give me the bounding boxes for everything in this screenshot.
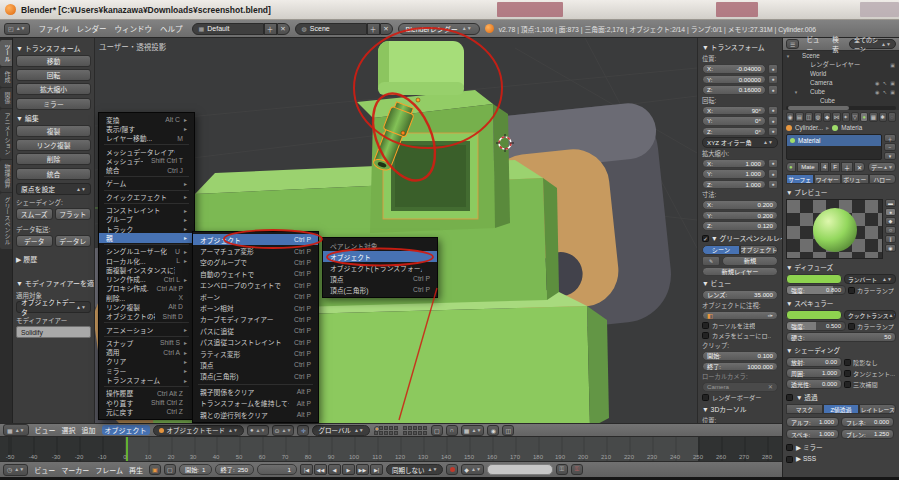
- texture-tab-icon[interactable]: ▦: [869, 112, 877, 122]
- material-slot-active[interactable]: Material: [787, 135, 881, 146]
- context-menu-item[interactable]: シングルユーザー化U▸: [99, 247, 194, 256]
- timeline-menu-item[interactable]: フレーム: [92, 465, 126, 475]
- mirror-button[interactable]: ミラー: [16, 98, 91, 110]
- transform-orientation-dropdown[interactable]: グローバル▲▼: [312, 425, 369, 436]
- material-browse-icon[interactable]: ●: [786, 162, 796, 172]
- dimension-field[interactable]: Z:0.120: [702, 221, 778, 231]
- material-unlink-button[interactable]: ✕: [854, 162, 865, 172]
- timeline-ruler[interactable]: -50-40-30-20-100102030405060708090100110…: [0, 437, 782, 461]
- visibility-toggle-icons[interactable]: ▣: [890, 62, 896, 68]
- lens-field[interactable]: レンズ:35.000: [702, 290, 778, 300]
- context-menu-item[interactable]: レイヤー移動...M: [99, 134, 194, 143]
- parent-submenu-item[interactable]: 頂点(三角形)Ctrl P: [193, 371, 318, 382]
- parent-submenu-item[interactable]: ラティス変形Ctrl P: [193, 348, 318, 359]
- context-menu-item[interactable]: 削除...X: [99, 293, 194, 302]
- render-opengl-button[interactable]: ◉: [487, 425, 499, 436]
- transparency-field[interactable]: アルフ:1.000: [786, 417, 839, 427]
- viewport-shading-dropdown[interactable]: ●▲▼: [247, 425, 269, 436]
- parent-submenu-item[interactable]: 空のグループでCtrl P: [193, 257, 318, 268]
- scale-field[interactable]: X:1.000: [702, 159, 766, 169]
- lock-icon[interactable]: ●: [768, 75, 778, 85]
- transparency-field[interactable]: フレネ:0.000: [841, 417, 894, 427]
- timeline-menu-item[interactable]: 再生: [126, 465, 146, 475]
- editor-type-button-info[interactable]: ◰▲▼: [4, 23, 30, 35]
- render-tab-icon[interactable]: ◉: [786, 112, 794, 122]
- physics-tab-icon[interactable]: ◌: [888, 112, 896, 122]
- outliner-display-filter[interactable]: 全てのシーン▲▼: [849, 39, 896, 49]
- manipulator-translate-toggle[interactable]: ✛: [297, 425, 309, 436]
- panel-header-apply-modifier[interactable]: ▼ モディファイアーを適用: [16, 278, 91, 288]
- context-menu-item[interactable]: 操作履歴Ctrl Alt Z: [99, 389, 194, 398]
- play-reverse-button[interactable]: ◀: [328, 464, 341, 475]
- material-type-tab[interactable]: サーフェ: [786, 174, 814, 184]
- world-tab-icon[interactable]: ◍: [814, 112, 822, 122]
- shading-value-field[interactable]: 透光性:0.000: [786, 379, 842, 389]
- layer-buttons-right[interactable]: [403, 426, 427, 435]
- scene-delete-button[interactable]: ✕: [380, 23, 393, 35]
- scene-tab-icon[interactable]: ◫: [805, 112, 813, 122]
- mirror-panel-header[interactable]: ▶ ミラー: [786, 442, 896, 452]
- slot-add-button[interactable]: ＋: [884, 134, 896, 142]
- info-menu-item[interactable]: ウィンドウ: [111, 23, 157, 34]
- specular-panel-header[interactable]: ▼ スペキュラー: [786, 298, 896, 308]
- panel-header-transform[interactable]: ▼ トランスフォーム: [16, 43, 91, 53]
- material-type-tab[interactable]: ワイヤー: [814, 174, 842, 184]
- context-menu-item[interactable]: スナップShift S▸: [99, 338, 194, 347]
- shading-checkbox[interactable]: [844, 359, 851, 366]
- hardness-field[interactable]: 硬さ:50: [786, 332, 896, 342]
- outliner-row[interactable]: ▾ Scene: [783, 51, 899, 60]
- context-menu-item[interactable]: 統合Ctrl J: [99, 165, 194, 174]
- shade-smooth-button[interactable]: スムーズ: [16, 208, 53, 220]
- transparency-tab[interactable]: レイトレース: [859, 404, 896, 414]
- visibility-toggle-icons[interactable]: ◉ ↖ ▣: [875, 89, 896, 95]
- 3d-cursor-panel-header[interactable]: ▼ 3Dカーソル: [702, 404, 778, 414]
- outliner-search-menu[interactable]: 検索: [828, 34, 846, 54]
- shade-flat-button[interactable]: フラット: [55, 208, 92, 220]
- parent-submenu-item[interactable]: オブジェクトCtrl P: [193, 234, 318, 245]
- parent-target-menu-item[interactable]: オブジェクト(トランスフォーム維持): [323, 262, 437, 273]
- parent-submenu-item[interactable]: 自動のウェイトでCtrl P: [193, 268, 318, 279]
- outliner-view-menu[interactable]: ビュー: [802, 34, 825, 54]
- context-menu-item[interactable]: 元に戻すCtrl Z: [99, 407, 194, 416]
- lock-icon[interactable]: ●: [768, 180, 778, 190]
- gp-new-button[interactable]: 新規: [722, 256, 778, 266]
- constraints-tab-icon[interactable]: ⋈: [832, 112, 840, 122]
- context-menu-item[interactable]: ローカル化...L▸: [99, 256, 194, 265]
- material-new-button[interactable]: ＋: [841, 162, 853, 172]
- active-keying-set-field[interactable]: [487, 464, 553, 475]
- expand-icon[interactable]: ▾: [785, 53, 791, 59]
- rotate-button[interactable]: 回転: [16, 69, 91, 81]
- parent-target-menu-item[interactable]: オブジェクト: [323, 251, 437, 262]
- fake-user-button[interactable]: F: [830, 162, 840, 172]
- specular-shader-dropdown[interactable]: クックトランス▲▼: [844, 310, 896, 320]
- lock-icon[interactable]: ●: [768, 127, 778, 137]
- clip-end-field[interactable]: 終了:1000.000: [702, 362, 778, 372]
- material-slot-list[interactable]: Material: [786, 134, 882, 160]
- snap-magnet-toggle[interactable]: ∩: [446, 425, 458, 436]
- context-menu-item[interactable]: ゲーム▸: [99, 179, 194, 188]
- shading-value-field[interactable]: 放射:0.00: [786, 357, 842, 367]
- transparency-panel-header[interactable]: ▼ 透過: [786, 392, 896, 402]
- insert-keyframe-button[interactable]: ⚿: [556, 464, 568, 475]
- diffuse-shader-dropdown[interactable]: ランバート▲▼: [844, 274, 896, 284]
- preview-sky-button[interactable]: ◉: [885, 244, 896, 252]
- data-transfer-button[interactable]: データ: [16, 235, 53, 247]
- context-menu-item[interactable]: やり直すShift Ctrl Z: [99, 398, 194, 407]
- specular-color-swatch[interactable]: [786, 310, 842, 320]
- particles-tab-icon[interactable]: ✱: [879, 112, 887, 122]
- panel-header-edit[interactable]: ▼ 編集: [16, 113, 91, 123]
- join-button[interactable]: 統合: [16, 168, 91, 180]
- toolshelf-tab[interactable]: 物理演算: [0, 160, 12, 192]
- rotation-field[interactable]: Z:0°: [702, 127, 766, 137]
- gp-draw-icon[interactable]: ✎: [702, 256, 720, 266]
- context-menu-item[interactable]: メッシュデータレイアウトを転送: [99, 147, 194, 156]
- shading-checkbox[interactable]: [844, 381, 851, 388]
- screen-layout-selector[interactable]: ▦Default ＋ ✕: [192, 23, 290, 35]
- shading-checkbox[interactable]: [844, 370, 851, 377]
- duplicate-button[interactable]: 複製: [16, 125, 91, 137]
- scale-field[interactable]: Y:1.000: [702, 169, 766, 179]
- toolshelf-tab[interactable]: 作成: [0, 67, 12, 87]
- parent-submenu-item[interactable]: カーブモディファイアーCtrl P: [193, 314, 318, 325]
- render-layers-tab-icon[interactable]: ▤: [795, 112, 803, 122]
- material-type-tab[interactable]: ハロー: [869, 174, 897, 184]
